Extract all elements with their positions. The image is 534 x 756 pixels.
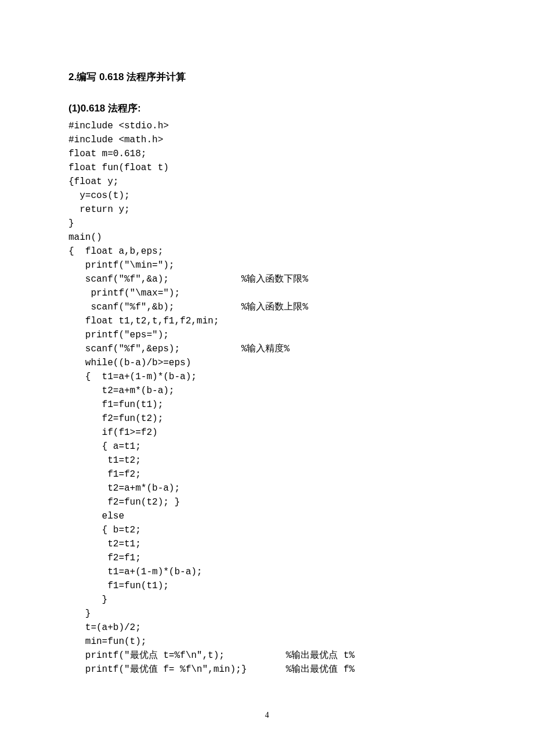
section-heading: 2.编写 0.618 法程序并计算: [68, 70, 466, 85]
page-number: 4: [0, 709, 534, 721]
subsection-heading: (1)0.618 法程序:: [68, 101, 466, 116]
document-page: 2.编写 0.618 法程序并计算 (1)0.618 法程序: #include…: [0, 0, 534, 756]
code-block: #include <stdio.h> #include <math.h> flo…: [68, 119, 466, 676]
